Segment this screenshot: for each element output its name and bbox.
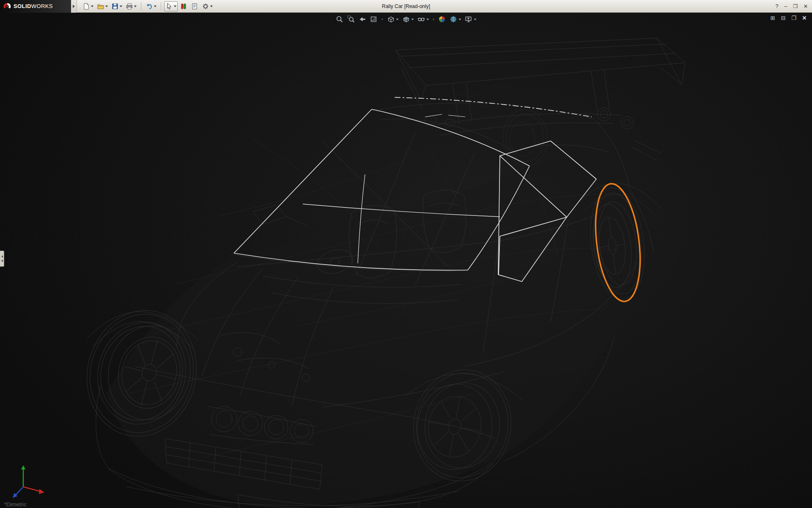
toolbar-separator [141,2,141,11]
view-orientation-label: *Dimetric [4,501,27,508]
zoom-to-fit-button[interactable] [336,15,344,23]
display-style-button[interactable] [402,15,414,23]
car-body-fill [106,101,653,505]
restore-button[interactable]: ❐ [793,3,798,9]
hud-separator [382,19,383,20]
undo-icon [145,3,153,10]
view-orientation-cube-icon [387,15,395,23]
title-bar: SOLIDWORKS [0,0,812,13]
file-properties-button[interactable] [189,1,200,11]
save-floppy-icon [111,3,119,10]
options-gear-icon [202,3,209,10]
undo-button[interactable] [144,1,158,11]
display-style-icon [402,15,410,23]
heads-up-view-toolbar [336,15,477,23]
new-document-button[interactable] [81,1,95,11]
solidworks-mark-icon [3,3,11,10]
section-view-button[interactable] [370,15,378,23]
document-title: Rally Car [Read-only] [382,0,430,13]
view-orientation-caret[interactable] [396,19,399,20]
file-properties-icon [191,3,198,10]
print-icon [126,3,133,10]
brand-text: SOLIDWORKS [14,3,53,9]
select-caret[interactable] [174,6,176,7]
panel-collapse-tab[interactable] [0,251,4,267]
view-settings-button[interactable] [465,15,477,23]
display-style-caret[interactable] [411,19,414,20]
save-button[interactable] [110,1,123,11]
select-cursor-icon [165,3,173,10]
open-folder-icon [97,3,104,10]
apply-scene-button[interactable] [450,15,461,23]
options-button[interactable] [200,1,214,11]
zoom-to-fit-icon [336,15,344,23]
view-orientation-button[interactable] [387,15,399,23]
rebuild-icon [180,3,187,10]
edit-appearance-button[interactable] [438,15,446,23]
options-caret[interactable] [210,6,213,7]
toolbar-separator [161,2,161,11]
previous-view-icon [359,15,367,23]
document-window-controls: ⊞ ⊟ ❐ ✕ [769,14,808,22]
collapse-arrow-icon [1,255,3,258]
open-caret[interactable] [105,6,108,7]
minimize-button[interactable]: – [784,3,787,9]
new-document-icon [82,3,90,10]
zoom-to-area-button[interactable] [347,15,355,23]
collapse-arrow-icon [1,260,3,262]
open-button[interactable] [96,1,109,11]
document-close-button[interactable]: ✕ [801,14,808,22]
hide-show-items-caret[interactable] [427,19,429,20]
hud-separator [433,19,434,20]
rebuild-button[interactable] [178,1,189,11]
apply-scene-caret[interactable] [459,19,461,20]
section-view-icon [370,15,378,23]
graphics-viewport[interactable]: ⊞ ⊟ ❐ ✕ *Dimetric [0,13,812,508]
orientation-triad-icon [13,465,44,498]
document-tile-button[interactable]: ⊞ [769,14,776,22]
new-document-caret[interactable] [91,6,93,7]
print-caret[interactable] [134,6,137,7]
print-button[interactable] [124,1,138,11]
window-controls: ? – ❐ ✕ [776,0,808,13]
wireframe-car-scene[interactable] [0,13,812,508]
zoom-to-area-icon [347,15,355,23]
close-button[interactable]: ✕ [804,3,808,9]
select-button[interactable] [164,1,178,11]
view-settings-caret[interactable] [474,19,477,20]
save-caret[interactable] [120,6,122,7]
previous-view-button[interactable] [359,15,367,23]
view-settings-icon [465,15,473,23]
solidworks-logo: SOLIDWORKS [0,0,71,13]
document-minimize-button[interactable]: ⊟ [780,14,787,22]
edit-appearance-ball-icon [438,15,446,23]
hide-show-items-icon [417,15,425,23]
apply-scene-globe-icon [450,15,458,23]
undo-caret[interactable] [154,6,156,7]
document-restore-button[interactable]: ❐ [790,14,797,22]
help-button[interactable]: ? [776,3,779,9]
standard-toolbar [81,1,214,11]
menu-expand-tab[interactable] [71,0,77,13]
hide-show-items-button[interactable] [417,15,429,23]
